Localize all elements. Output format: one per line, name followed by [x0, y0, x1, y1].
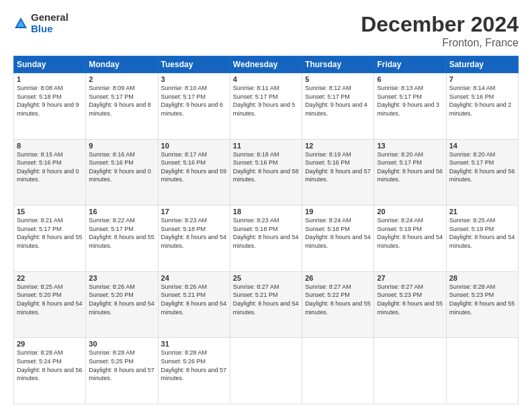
calendar-cell: 18 Sunrise: 8:23 AM Sunset: 5:18 PM Dayl…: [230, 205, 302, 272]
day-info: Sunrise: 8:19 AM Sunset: 5:16 PM Dayligh…: [305, 150, 371, 184]
col-wednesday: Wednesday: [230, 56, 302, 73]
sunrise-label: Sunrise: 8:18 AM: [233, 151, 279, 158]
col-monday: Monday: [86, 56, 158, 73]
calendar-cell: 8 Sunrise: 8:15 AM Sunset: 5:16 PM Dayli…: [14, 139, 86, 205]
day-number: 25: [233, 274, 299, 282]
sunrise-label: Sunrise: 8:23 AM: [161, 217, 208, 224]
day-info: Sunrise: 8:26 AM Sunset: 5:21 PM Dayligh…: [161, 283, 227, 316]
day-info: Sunrise: 8:28 AM Sunset: 5:25 PM Dayligh…: [89, 349, 154, 382]
daylight-label: Daylight: 8 hours and 54 minutes.: [17, 300, 83, 316]
calendar-cell: 2 Sunrise: 8:09 AM Sunset: 5:17 PM Dayli…: [86, 73, 158, 140]
calendar-cell: 16 Sunrise: 8:22 AM Sunset: 5:17 PM Dayl…: [86, 205, 158, 272]
day-info: Sunrise: 8:28 AM Sunset: 5:26 PM Dayligh…: [161, 349, 227, 382]
calendar-cell: 10 Sunrise: 8:17 AM Sunset: 5:16 PM Dayl…: [158, 139, 230, 205]
sunrise-label: Sunrise: 8:16 AM: [89, 151, 135, 158]
sunrise-label: Sunrise: 8:27 AM: [233, 283, 279, 290]
daylight-label: Daylight: 8 hours and 55 minutes.: [17, 234, 83, 249]
daylight-label: Daylight: 8 hours and 58 minutes.: [233, 168, 299, 183]
day-number: 4: [233, 75, 299, 83]
calendar-header-row: Sunday Monday Tuesday Wednesday Thursday…: [14, 56, 519, 73]
day-info: Sunrise: 8:28 AM Sunset: 5:23 PM Dayligh…: [449, 283, 515, 316]
sunrise-label: Sunrise: 8:19 AM: [305, 151, 351, 158]
day-info: Sunrise: 8:23 AM Sunset: 5:18 PM Dayligh…: [161, 216, 227, 250]
day-info: Sunrise: 8:27 AM Sunset: 5:21 PM Dayligh…: [233, 283, 299, 316]
calendar-week-4: 22 Sunrise: 8:25 AM Sunset: 5:20 PM Dayl…: [14, 271, 519, 338]
daylight-label: Daylight: 8 hours and 54 minutes.: [305, 234, 371, 249]
day-info: Sunrise: 8:25 AM Sunset: 5:19 PM Dayligh…: [449, 216, 515, 250]
sunset-label: Sunset: 5:23 PM: [449, 291, 494, 298]
calendar-cell: 3 Sunrise: 8:10 AM Sunset: 5:17 PM Dayli…: [158, 73, 230, 140]
day-info: Sunrise: 8:18 AM Sunset: 5:16 PM Dayligh…: [233, 150, 299, 184]
sunset-label: Sunset: 5:22 PM: [305, 291, 350, 298]
daylight-label: Daylight: 8 hours and 55 minutes.: [449, 300, 515, 316]
sunrise-label: Sunrise: 8:20 AM: [449, 151, 496, 158]
day-number: 12: [305, 142, 371, 150]
day-info: Sunrise: 8:15 AM Sunset: 5:16 PM Dayligh…: [17, 150, 83, 184]
sunset-label: Sunset: 5:23 PM: [377, 291, 422, 298]
daylight-label: Daylight: 8 hours and 54 minutes.: [233, 234, 299, 249]
sunrise-label: Sunrise: 8:26 AM: [161, 283, 208, 290]
day-info: Sunrise: 8:13 AM Sunset: 5:17 PM Dayligh…: [377, 84, 443, 118]
day-number: 20: [377, 208, 443, 216]
day-number: 7: [449, 75, 515, 83]
sunset-label: Sunset: 5:26 PM: [161, 358, 206, 365]
sunset-label: Sunset: 5:18 PM: [161, 226, 206, 232]
day-number: 2: [89, 75, 154, 83]
calendar-subtitle: Fronton, France: [361, 37, 519, 49]
sunrise-label: Sunrise: 8:28 AM: [449, 283, 496, 290]
daylight-label: Daylight: 8 hours and 54 minutes.: [377, 234, 443, 249]
calendar-cell: 30 Sunrise: 8:28 AM Sunset: 5:25 PM Dayl…: [86, 338, 158, 404]
logo-blue: Blue: [31, 24, 69, 35]
day-number: 6: [377, 75, 443, 83]
day-number: 13: [377, 142, 443, 150]
day-info: Sunrise: 8:09 AM Sunset: 5:17 PM Dayligh…: [89, 84, 154, 118]
sunrise-label: Sunrise: 8:20 AM: [377, 151, 423, 158]
calendar-cell: 31 Sunrise: 8:28 AM Sunset: 5:26 PM Dayl…: [158, 338, 230, 404]
sunrise-label: Sunrise: 8:08 AM: [17, 85, 63, 91]
calendar-cell: 23 Sunrise: 8:26 AM Sunset: 5:20 PM Dayl…: [86, 271, 158, 338]
logo-icon: [13, 16, 28, 31]
daylight-label: Daylight: 8 hours and 54 minutes.: [449, 234, 515, 249]
day-info: Sunrise: 8:26 AM Sunset: 5:20 PM Dayligh…: [89, 283, 154, 316]
calendar-cell: 17 Sunrise: 8:23 AM Sunset: 5:18 PM Dayl…: [158, 205, 230, 272]
daylight-label: Daylight: 9 hours and 2 minutes.: [449, 101, 512, 117]
day-number: 21: [449, 208, 515, 216]
sunset-label: Sunset: 5:24 PM: [17, 358, 62, 365]
calendar-cell: [302, 338, 374, 404]
sunset-label: Sunset: 5:18 PM: [17, 93, 62, 100]
day-info: Sunrise: 8:14 AM Sunset: 5:16 PM Dayligh…: [449, 84, 515, 118]
calendar-cell: 24 Sunrise: 8:26 AM Sunset: 5:21 PM Dayl…: [158, 271, 230, 338]
calendar-cell: 26 Sunrise: 8:27 AM Sunset: 5:22 PM Dayl…: [302, 271, 374, 338]
calendar-cell: [230, 338, 302, 404]
calendar-cell: 19 Sunrise: 8:24 AM Sunset: 5:18 PM Dayl…: [302, 205, 374, 272]
calendar-week-1: 1 Sunrise: 8:08 AM Sunset: 5:18 PM Dayli…: [14, 73, 519, 140]
calendar-cell: 27 Sunrise: 8:27 AM Sunset: 5:23 PM Dayl…: [374, 271, 446, 338]
daylight-label: Daylight: 8 hours and 56 minutes.: [449, 168, 515, 183]
sunrise-label: Sunrise: 8:12 AM: [305, 85, 351, 91]
calendar-cell: 22 Sunrise: 8:25 AM Sunset: 5:20 PM Dayl…: [14, 271, 86, 338]
day-info: Sunrise: 8:12 AM Sunset: 5:17 PM Dayligh…: [305, 84, 371, 118]
calendar-cell: 13 Sunrise: 8:20 AM Sunset: 5:17 PM Dayl…: [374, 139, 446, 205]
calendar-cell: 28 Sunrise: 8:28 AM Sunset: 5:23 PM Dayl…: [446, 271, 518, 338]
calendar-cell: 4 Sunrise: 8:11 AM Sunset: 5:17 PM Dayli…: [230, 73, 302, 140]
daylight-label: Daylight: 8 hours and 56 minutes.: [377, 168, 443, 183]
calendar-week-5: 29 Sunrise: 8:28 AM Sunset: 5:24 PM Dayl…: [14, 338, 519, 404]
sunrise-label: Sunrise: 8:13 AM: [377, 85, 423, 91]
sunset-label: Sunset: 5:17 PM: [233, 93, 278, 100]
header: General Blue December 2024 Fronton, Fran…: [13, 12, 519, 49]
sunrise-label: Sunrise: 8:09 AM: [89, 85, 135, 91]
day-info: Sunrise: 8:08 AM Sunset: 5:18 PM Dayligh…: [17, 84, 83, 118]
sunrise-label: Sunrise: 8:22 AM: [89, 217, 135, 224]
sunrise-label: Sunrise: 8:25 AM: [17, 283, 63, 290]
sunrise-label: Sunrise: 8:24 AM: [305, 217, 351, 224]
sunset-label: Sunset: 5:18 PM: [305, 226, 350, 232]
col-friday: Friday: [374, 56, 446, 73]
day-info: Sunrise: 8:11 AM Sunset: 5:17 PM Dayligh…: [233, 84, 299, 118]
sunset-label: Sunset: 5:17 PM: [377, 93, 422, 100]
day-number: 10: [161, 142, 227, 150]
calendar-cell: 12 Sunrise: 8:19 AM Sunset: 5:16 PM Dayl…: [302, 139, 374, 205]
sunset-label: Sunset: 5:20 PM: [17, 291, 62, 298]
day-info: Sunrise: 8:17 AM Sunset: 5:16 PM Dayligh…: [161, 150, 227, 184]
daylight-label: Daylight: 9 hours and 9 minutes.: [17, 101, 79, 117]
sunset-label: Sunset: 5:17 PM: [89, 226, 134, 232]
